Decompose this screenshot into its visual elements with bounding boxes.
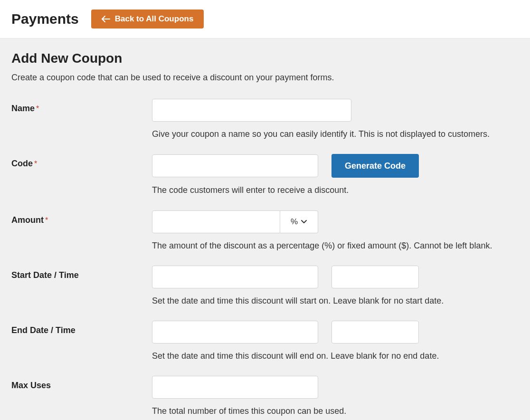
start-label: Start Date / Time	[11, 270, 79, 280]
field-row-amount: Amount* % The amount of the discount as …	[11, 210, 519, 251]
amount-unit-value: %	[291, 217, 298, 227]
amount-label: Amount	[11, 215, 44, 225]
app-title: Payments	[11, 11, 79, 27]
field-row-max-uses: Max Uses The total number of times this …	[11, 376, 519, 417]
field-row-code: Code* Generate Code The code customers w…	[11, 154, 519, 196]
back-to-coupons-button[interactable]: Back to All Coupons	[91, 10, 204, 29]
required-mark: *	[34, 160, 37, 168]
field-row-end: End Date / Time Set the date and time th…	[11, 321, 519, 362]
amount-help: The amount of the discount as a percenta…	[152, 240, 519, 251]
amount-unit-select[interactable]: %	[280, 210, 318, 233]
end-time-input[interactable]	[331, 321, 419, 344]
page-title: Add New Coupon	[11, 51, 519, 66]
code-help: The code customers will enter to receive…	[152, 184, 519, 196]
page-description: Create a coupon code that can be used to…	[11, 73, 519, 83]
required-mark: *	[45, 216, 48, 224]
max-uses-label: Max Uses	[11, 381, 51, 390]
start-help: Set the date and time this discount will…	[152, 295, 519, 306]
top-bar: Payments Back to All Coupons	[0, 0, 530, 38]
code-input[interactable]	[152, 154, 318, 177]
name-help: Give your coupon a name so you can easil…	[152, 128, 519, 140]
name-label: Name	[11, 104, 35, 113]
chevron-down-icon	[301, 217, 307, 227]
name-input[interactable]	[152, 99, 351, 122]
start-date-input[interactable]	[152, 266, 318, 288]
main-content: Add New Coupon Create a coupon code that…	[0, 38, 530, 420]
back-button-label: Back to All Coupons	[115, 14, 194, 24]
end-help: Set the date and time this discount will…	[152, 350, 519, 362]
end-label: End Date / Time	[11, 325, 76, 335]
code-label: Code	[11, 159, 33, 168]
amount-input[interactable]	[152, 210, 280, 233]
required-mark: *	[36, 105, 39, 113]
start-time-input[interactable]	[331, 266, 419, 288]
arrow-left-icon	[102, 16, 110, 22]
generate-code-button[interactable]: Generate Code	[331, 154, 419, 178]
end-date-input[interactable]	[152, 321, 318, 344]
field-row-name: Name* Give your coupon a name so you can…	[11, 99, 519, 140]
field-row-start: Start Date / Time Set the date and time …	[11, 266, 519, 306]
max-uses-help: The total number of times this coupon ca…	[152, 405, 519, 417]
max-uses-input[interactable]	[152, 376, 318, 399]
